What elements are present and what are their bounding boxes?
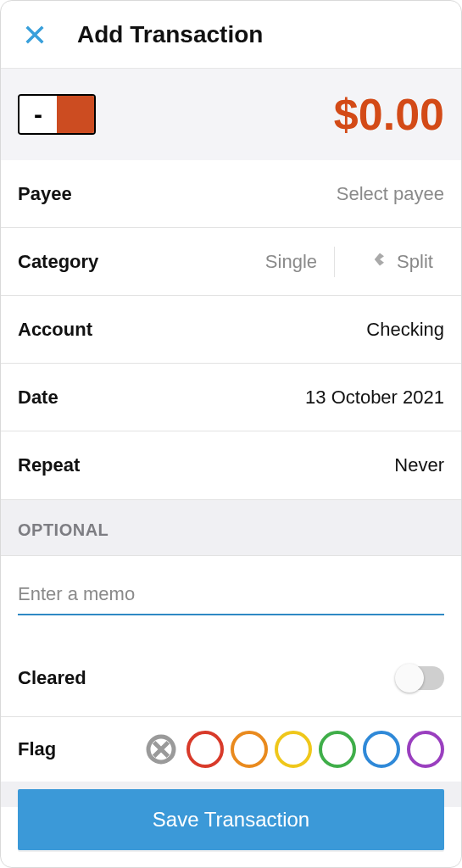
flag-color-red[interactable] [186,731,224,768]
category-value: Single [265,251,317,273]
flag-color-picker [120,731,444,768]
payee-value: Select payee [337,183,444,205]
row-account[interactable]: Account Checking [1,296,461,364]
cleared-toggle-knob [395,664,424,693]
optional-header: OPTIONAL [1,499,461,556]
repeat-value: Never [394,454,444,476]
sign-plus[interactable] [57,96,94,133]
row-repeat[interactable]: Repeat Never [1,431,461,499]
flag-color-blue[interactable] [363,731,400,768]
page-title: Add Transaction [77,21,263,48]
payee-label: Payee [18,183,72,205]
sign-toggle[interactable]: - [18,94,96,135]
flag-color-purple[interactable] [407,731,444,768]
amount-display[interactable]: $0.00 [334,89,444,140]
date-label: Date [18,387,58,409]
account-value: Checking [366,319,444,341]
cleared-toggle[interactable] [397,666,444,690]
row-category[interactable]: Category Single [1,251,334,273]
split-label: Split [397,251,433,273]
row-date[interactable]: Date 13 October 2021 [1,364,461,431]
date-value: 13 October 2021 [305,387,444,409]
repeat-label: Repeat [18,454,80,476]
split-button[interactable]: Split [334,247,461,277]
flag-label: Flag [18,738,120,760]
memo-input[interactable] [18,576,444,615]
flag-color-orange[interactable] [231,731,268,768]
flag-color-green[interactable] [319,731,356,768]
sign-minus[interactable]: - [19,96,57,133]
save-transaction-button[interactable]: Save Transaction [18,789,444,850]
flag-none-icon[interactable] [142,731,180,768]
row-payee[interactable]: Payee Select payee [1,160,461,228]
flag-color-yellow[interactable] [275,731,312,768]
cleared-label: Cleared [18,667,86,689]
account-label: Account [18,319,92,341]
split-icon [363,247,388,277]
close-icon[interactable] [16,16,53,53]
category-label: Category [18,251,98,273]
